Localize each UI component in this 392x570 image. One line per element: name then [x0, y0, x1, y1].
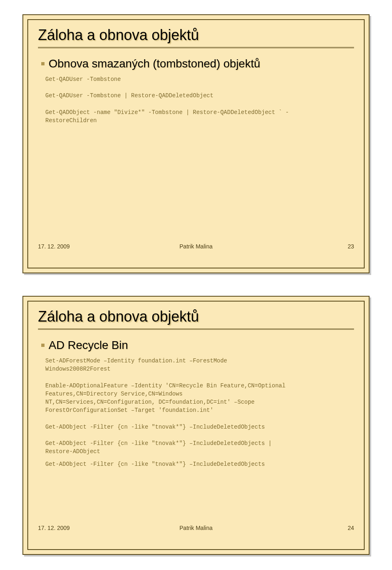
code-snippet-5: Get-ADObject -Filter {cn -like "tnovak*"…: [45, 460, 354, 468]
footer-slide-number: 24: [249, 525, 354, 531]
slide-inner: Záloha a obnova objektů AD Recycle Bin S…: [23, 297, 369, 538]
footer-slide-number: 23: [249, 243, 354, 250]
slide-title: Záloha a obnova objektů: [38, 308, 354, 325]
title-divider: [38, 329, 354, 330]
footer-date: 17. 12. 2009: [38, 525, 143, 531]
code-snippet-1: Get-QADUser -Tombstone: [45, 75, 354, 83]
code-snippet-2: Get-QADUser -Tombstone | Restore-QADDele…: [45, 92, 354, 100]
code-snippet-3: Get-QADObject -name "Divize*" -Tombstone…: [45, 108, 354, 125]
slide-footer: 17. 12. 2009 Patrik Malina 24: [38, 525, 354, 531]
bullet-square-icon: [41, 344, 45, 347]
code-snippet-1: Set-ADForestMode –Identity foundation.in…: [45, 357, 354, 373]
footer-date: 17. 12. 2009: [38, 243, 143, 250]
slide-title: Záloha a obnova objektů: [38, 27, 354, 44]
footer-author: Patrik Malina: [143, 243, 249, 250]
slide-footer: 17. 12. 2009 Patrik Malina 23: [38, 243, 354, 250]
code-snippet-4: Get-ADObject -Filter {cn -like "tnovak*"…: [45, 439, 354, 456]
slide-23: Záloha a obnova objektů Obnova smazaných…: [22, 14, 370, 273]
page: Záloha a obnova objektů Obnova smazaných…: [0, 0, 392, 570]
slide-inner: Záloha a obnova objektů Obnova smazaných…: [23, 15, 369, 256]
slide-subheading: Obnova smazaných (tombstoned) objektů: [38, 57, 354, 70]
slide-24: Záloha a obnova objektů AD Recycle Bin S…: [22, 296, 370, 555]
code-snippet-3: Get-ADObject -Filter {cn -like "tnovak*"…: [45, 423, 354, 431]
code-snippet-2: Enable-ADOptionalFeature –Identity 'CN=R…: [45, 382, 354, 415]
subhead-text: Obnova smazaných (tombstoned) objektů: [49, 57, 260, 70]
subhead-text: AD Recycle Bin: [49, 339, 128, 352]
bullet-square-icon: [41, 62, 45, 65]
footer-author: Patrik Malina: [143, 525, 249, 531]
slide-subheading: AD Recycle Bin: [38, 339, 354, 352]
title-divider: [38, 47, 354, 48]
